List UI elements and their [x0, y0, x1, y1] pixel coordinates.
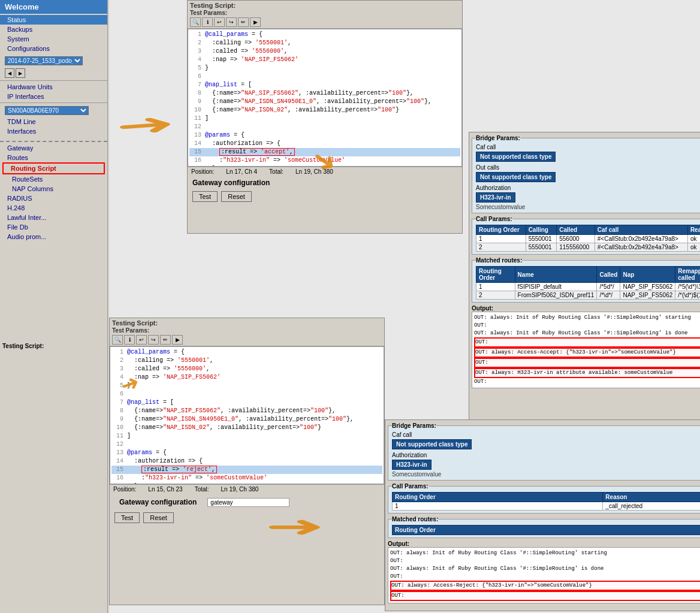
toolbar-undo[interactable]: ↩ — [214, 17, 225, 27]
position-value: Ln 17, Ch 4 — [226, 168, 257, 175]
table-row: 2 5550001 115556000 #<CallStub:0x2b492e4… — [476, 243, 701, 252]
mr-col-nap: Nap — [620, 267, 675, 283]
matched-routes-top-table: Routing Order Name Called Nap Remapped c… — [476, 266, 700, 300]
sidebar-item-status[interactable]: Status — [0, 15, 107, 25]
toolbar-redo[interactable]: ↪ — [226, 17, 237, 27]
sidebar-item-configurations[interactable]: Configurations — [0, 44, 107, 53]
code-editor-bottom[interactable]: 1@call_params = { 2 :calling => '5550001… — [110, 346, 384, 484]
arrow-4: ➜ — [265, 509, 325, 543]
test-btn-top[interactable]: Test — [192, 191, 218, 202]
output-section-bottom: Output: OUT: always: Init of Ruby Routin… — [388, 540, 700, 603]
test-btn-bottom[interactable]: Test — [114, 512, 140, 523]
not-supported-out-btn[interactable]: Not supported class type — [476, 172, 556, 182]
total-label-b: Total: — [195, 486, 209, 493]
sidebar-item-routes[interactable]: Routes — [0, 153, 107, 162]
nav-left-btn[interactable]: ◀ — [5, 68, 14, 78]
sidebar-item-ip-interfaces[interactable]: IP Interfaces — [0, 92, 107, 101]
right-panel-top: Bridge Params: Caf call Not supported cl… — [469, 132, 700, 458]
status-bar-bottom: Position: Ln 15, Ch 23 Total: Ln 19, Ch … — [110, 484, 384, 494]
gateway-input[interactable] — [207, 498, 289, 507]
mrb-col-order: Routing Order — [393, 526, 701, 535]
toolbar-find-b[interactable]: 🔍 — [112, 335, 123, 345]
toolbar-find[interactable]: 🔍 — [190, 17, 201, 27]
h323-btn-bottom[interactable]: H323-ivr-in — [392, 460, 432, 470]
call-params-bottom-table: Routing Order Reason 1 _call_rejected — [392, 492, 700, 511]
somecustomvalue-top: Somecustomvalue — [476, 204, 700, 210]
not-supported-caf-btn-top[interactable]: Not supported class type — [476, 152, 556, 162]
toolbar-undo-b[interactable]: ↩ — [136, 335, 147, 345]
toolbar-run-b[interactable]: ▶ — [172, 335, 183, 345]
table-row: 2 FromSIPf5062_ISDN_pref11 /*\d*/ NAP_SI… — [476, 291, 701, 300]
bottom-testing-script-label: Testing Script: — [110, 318, 384, 327]
device-dropdown[interactable]: SN00A0BA06E970 — [5, 106, 89, 115]
col-routing-order: Routing Order — [476, 225, 526, 235]
mr-col-called: Called — [597, 267, 620, 283]
reset-btn-bottom[interactable]: Reset — [143, 512, 174, 523]
config-dropdown[interactable]: 2014-07-25_1533_podo_lab — [5, 56, 83, 65]
output-text-bottom: OUT: always: Init of Ruby Routing Class … — [388, 547, 700, 603]
sidebar-welcome: Welcome — [0, 0, 107, 14]
output-section-top: Output: OUT: always: Init of Ruby Routin… — [472, 305, 700, 388]
top-test-params-label: Test Params: — [188, 9, 462, 16]
sidebar-item-gateway[interactable]: Gateway — [0, 143, 107, 153]
testing-script-top-panel: Testing Script: Test Params: 🔍 ℹ ↩ ↪ ✏ ▶… — [187, 0, 463, 234]
bridge-params-bottom-label: Bridge Params: — [392, 422, 436, 429]
mr-col-name: Name — [515, 267, 597, 283]
call-params-top-label: Call Params: — [476, 216, 512, 222]
toolbar-edit-b[interactable]: ✏ — [160, 335, 171, 345]
sidebar-item-backups[interactable]: Backups — [0, 25, 107, 34]
col-calling: Calling — [526, 225, 557, 235]
table-row: 1 _call_rejected — [393, 502, 701, 511]
matched-routes-bottom-label: Matched routes: — [392, 516, 438, 523]
total-value-b: Ln 19, Ch 380 — [221, 486, 259, 493]
matched-routes-top-label: Matched routes: — [476, 257, 522, 264]
code-toolbar-top: 🔍 ℹ ↩ ↪ ✏ ▶ — [188, 16, 462, 29]
position-value-b: Ln 15, Ch 23 — [148, 486, 182, 493]
toolbar-info[interactable]: ℹ — [202, 17, 213, 27]
sidebar-item-audio-prom[interactable]: Audio prom... — [0, 232, 107, 241]
toolbar-edit[interactable]: ✏ — [238, 17, 249, 27]
sidebar-item-routing-script[interactable]: Routing Script — [4, 164, 104, 173]
gateway-config-bottom: Gateway configuration — [114, 496, 201, 509]
authorization-label-bottom: Authorization — [392, 452, 700, 458]
sidebar-item-lawful-inter[interactable]: Lawful Inter... — [0, 213, 107, 222]
matched-routes-bottom-table: Routing Order — [392, 525, 700, 535]
btn-row-top: Test Reset — [188, 189, 462, 204]
nav-right-btn[interactable]: ▶ — [16, 68, 25, 78]
routing-script-box: Routing Script — [2, 162, 105, 174]
sidebar-item-h248[interactable]: H.248 — [0, 203, 107, 213]
output-text-top: OUT: always: Init of Ruby Routing Class … — [472, 312, 700, 388]
top-testing-script-label: Testing Script: — [188, 1, 462, 9]
sidebar-item-nap-columns[interactable]: NAP Columns — [0, 184, 107, 194]
sidebar-item-file-db[interactable]: File Db — [0, 222, 107, 232]
table-row: 1 5550001 556000 #<CallStub:0x2b492e4a79… — [476, 235, 701, 243]
sidebar-item-tdm-line[interactable]: TDM Line — [0, 117, 107, 126]
output-top-label: Output: — [472, 305, 700, 312]
total-label: Total: — [269, 168, 283, 175]
bridge-params-top-label: Bridge Params: — [476, 135, 520, 141]
toolbar-run[interactable]: ▶ — [250, 17, 261, 27]
sidebar-item-interfaces[interactable]: Interfaces — [0, 126, 107, 136]
reset-btn-top[interactable]: Reset — [221, 191, 252, 202]
authorization-label-top: Authorization — [476, 185, 700, 191]
mr-col-order: Routing Order — [476, 267, 515, 283]
right-panel-bottom: Bridge Params: Caf call Not supported cl… — [385, 419, 700, 611]
out-calls-label: Out calls — [476, 164, 700, 171]
h323-btn-top[interactable]: H323-ivr-in — [476, 192, 515, 203]
sidebar-item-hardware-units[interactable]: Hardware Units — [0, 82, 107, 92]
output-bottom-label: Output: — [388, 540, 700, 547]
sidebar-item-radius[interactable]: RADIUS — [0, 194, 107, 203]
call-params-top-table: Routing Order Calling Called Caf call Re… — [476, 225, 700, 252]
mr-col-remapped: Remapped called — [675, 267, 700, 283]
not-supported-btn-bottom[interactable]: Not supported class type — [392, 439, 472, 449]
toolbar-info-b[interactable]: ℹ — [124, 335, 135, 345]
sidebar-item-system[interactable]: System — [0, 34, 107, 44]
toolbar-redo-b[interactable]: ↪ — [148, 335, 159, 345]
testing-script-bottom-panel: Testing Script: Test Params: 🔍 ℹ ↩ ↪ ✏ ▶… — [109, 318, 385, 605]
position-label: Position: — [191, 168, 214, 175]
call-params-bottom-label: Call Params: — [392, 483, 429, 490]
caf-call-label-bottom: Caf call — [392, 431, 700, 438]
testing-script-label-sidebar: Testing Script: — [2, 343, 44, 349]
col-caf-call: Caf call — [595, 225, 687, 235]
sidebar-item-route-sets[interactable]: RouteSets — [0, 174, 107, 184]
